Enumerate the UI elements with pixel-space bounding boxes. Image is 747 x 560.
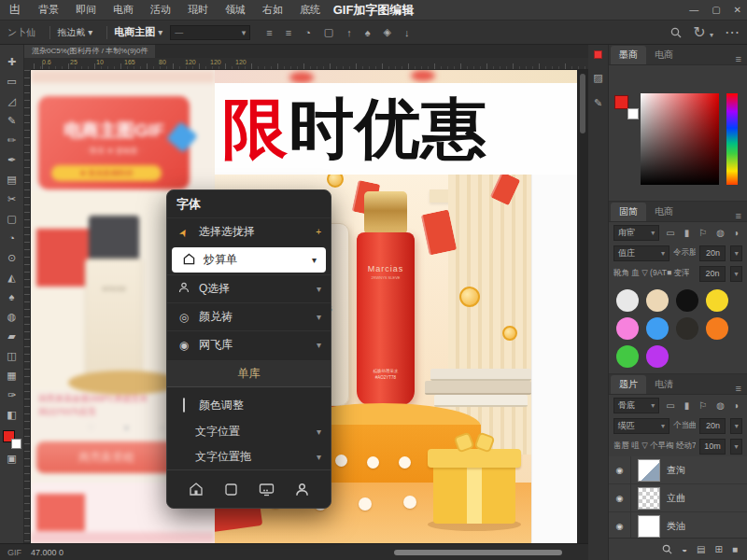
delete-layer-icon[interactable]: ■ xyxy=(732,544,738,554)
tool-pencil-icon[interactable]: ✏ xyxy=(3,131,21,150)
spade-icon[interactable]: ♠ xyxy=(365,27,371,38)
tool-gradient-icon[interactable]: ⊙ xyxy=(3,248,21,268)
foreground-background-swatches[interactable] xyxy=(614,95,639,119)
tool-brush-icon[interactable]: ✒ xyxy=(3,150,21,170)
tool-move-icon[interactable]: ✚ xyxy=(3,52,21,72)
tool-crop-icon[interactable]: ✂ xyxy=(3,189,21,209)
tool-grid-icon[interactable]: ▦ xyxy=(3,366,21,385)
horizontal-scrollbar[interactable] xyxy=(394,550,562,555)
layer-row[interactable]: ◉ 查洵 xyxy=(609,456,747,484)
contrast-icon[interactable]: ◗ xyxy=(734,400,740,411)
fill-value[interactable]: 20n xyxy=(699,266,726,282)
color-swatch[interactable] xyxy=(706,289,728,312)
doc-type-dropdown[interactable]: 电商主图 ▾ xyxy=(114,25,162,39)
align-left-icon[interactable]: ≡ xyxy=(266,27,272,38)
tool-hand-icon[interactable]: ◧ xyxy=(3,405,21,425)
tab-swatches-alt[interactable]: 电商 xyxy=(646,203,682,221)
tab-color[interactable]: 墨商 xyxy=(611,46,646,64)
edit-panel-icon[interactable]: ✎ xyxy=(594,97,602,109)
layer-fill-value[interactable]: 10m xyxy=(699,439,726,455)
tool-stamp-icon[interactable]: ▤ xyxy=(3,170,21,189)
layer-thumbnail[interactable] xyxy=(638,487,660,510)
color-swatch[interactable] xyxy=(616,317,639,340)
background-color-swatch[interactable] xyxy=(11,439,21,449)
target-icon[interactable]: ◈ xyxy=(384,26,391,38)
maximize-button[interactable]: ▢ xyxy=(712,5,720,15)
menu-item-6[interactable]: 右如 xyxy=(262,3,283,17)
menu-item-5[interactable]: 领城 xyxy=(225,3,246,17)
adjustment-icon[interactable]: ◒ xyxy=(682,544,687,554)
layer-thumbnail[interactable] xyxy=(638,515,660,538)
new-layer-icon[interactable]: ⊞ xyxy=(715,544,723,554)
color-swatch[interactable] xyxy=(706,317,728,340)
book-icon[interactable]: ▮ xyxy=(684,228,690,238)
mask-icon[interactable]: ◍ xyxy=(716,400,725,411)
tab-swatches[interactable]: 固简 xyxy=(611,203,646,221)
menu-item-4[interactable]: 琨时 xyxy=(188,3,208,17)
layer-visibility-eye-icon[interactable]: ◉ xyxy=(609,484,631,512)
tool-shape-icon[interactable]: ♠ xyxy=(3,287,21,307)
library-button[interactable]: 单库 xyxy=(167,360,331,387)
layer-blend-select[interactable]: 绬匹 ▾ xyxy=(613,418,669,434)
hue-slider[interactable] xyxy=(726,93,738,185)
tool-path-icon[interactable]: ◫ xyxy=(3,346,21,366)
group-layers-icon[interactable]: ▤ xyxy=(697,544,705,554)
font-panel-row-select2[interactable]: Q选择 ▾ xyxy=(167,274,331,302)
font-panel-row-select[interactable]: ➤ 选择选拢择 + xyxy=(167,217,331,245)
book-icon[interactable]: ▮ xyxy=(684,400,690,411)
tool-marquee-icon[interactable]: ▭ xyxy=(3,72,21,91)
monitor-icon[interactable] xyxy=(259,483,275,497)
zoom-level-value[interactable]: 47.000 0 xyxy=(31,548,63,557)
layer-opacity-value[interactable]: 20n xyxy=(699,418,726,434)
chevron-down-icon[interactable]: ▾ xyxy=(730,245,742,261)
tool-pen-icon[interactable]: ✎ xyxy=(3,111,21,131)
chevron-down-icon[interactable]: ▾ xyxy=(730,418,742,434)
menu-item-2[interactable]: 电商 xyxy=(113,3,134,17)
tool-frame-icon[interactable]: ▢ xyxy=(3,209,21,229)
download-icon[interactable]: ↓ xyxy=(404,27,410,38)
plus-icon[interactable]: + xyxy=(316,227,321,237)
text-position-drag-row[interactable]: 文字位置拖 ▾ xyxy=(167,444,331,469)
tool-note-icon[interactable]: ✑ xyxy=(3,385,21,405)
tool-screen-mode-icon[interactable]: ▣ xyxy=(3,449,21,469)
home-icon[interactable] xyxy=(189,482,204,497)
opacity-value[interactable]: 20n xyxy=(699,245,726,261)
text-position-row[interactable]: 文字位置 ▾ xyxy=(167,419,331,444)
background-color-swatch[interactable] xyxy=(627,108,639,119)
panel-menu-icon[interactable]: ≡ xyxy=(736,210,745,221)
color-indicator-swatch[interactable] xyxy=(594,50,602,59)
photo-panel-icon[interactable]: ▨ xyxy=(593,72,602,84)
foreground-color-swatch[interactable] xyxy=(614,95,628,109)
color-swatch[interactable] xyxy=(646,289,669,312)
align-justify-icon[interactable]: ≡ xyxy=(286,27,291,38)
swatch-set-select[interactable]: 甪宦 ▾ xyxy=(613,225,659,241)
saturation-square[interactable] xyxy=(641,93,719,185)
blend-mode-select[interactable]: 值庄 ▾ xyxy=(613,245,669,261)
tab-layers[interactable]: 题片 xyxy=(611,375,646,394)
color-swatch[interactable] xyxy=(646,317,669,340)
minimize-button[interactable]: — xyxy=(689,5,698,15)
color-swatch[interactable] xyxy=(616,345,639,368)
history-icon[interactable]: ◔ xyxy=(304,27,311,38)
document-tab[interactable]: 混杂0C5%(图利丹停 / 丰制%(9)0件 xyxy=(24,45,155,58)
font-panel-row-library[interactable]: ◉ 网飞库 ▾ xyxy=(167,330,331,358)
tool-text-icon[interactable]: ▰ xyxy=(3,327,21,346)
menu-item-3[interactable]: 活动 xyxy=(150,3,171,17)
folder-icon[interactable]: ▭ xyxy=(666,400,674,411)
style-select[interactable]: — ▾ xyxy=(170,25,250,40)
folder-icon[interactable]: ▭ xyxy=(666,228,674,238)
tool-blur-icon[interactable]: ◭ xyxy=(3,268,21,287)
font-panel-row-color[interactable]: ◎ 颜兑祷 ▾ xyxy=(167,302,331,330)
menu-item-1[interactable]: 即间 xyxy=(76,3,96,17)
font-panel-row-menu-selected[interactable]: 炒算单 ▾ xyxy=(172,247,326,273)
panel-menu-icon[interactable]: ≡ xyxy=(736,383,745,394)
more-options-icon[interactable]: ⋯ xyxy=(725,23,740,41)
layer-row[interactable]: ◉ 类油 xyxy=(609,512,747,540)
tab-layers-alt[interactable]: 电清 xyxy=(646,375,682,394)
tab-color-alt[interactable]: 电商 xyxy=(646,46,682,64)
tool-dodge-icon[interactable]: ◍ xyxy=(3,307,21,327)
refresh-dropdown[interactable]: ↻ ▾ xyxy=(693,23,713,41)
color-adjust-section[interactable]: 颜色调整 xyxy=(167,391,331,419)
color-swatch[interactable] xyxy=(676,289,698,312)
search-icon[interactable] xyxy=(662,544,672,554)
